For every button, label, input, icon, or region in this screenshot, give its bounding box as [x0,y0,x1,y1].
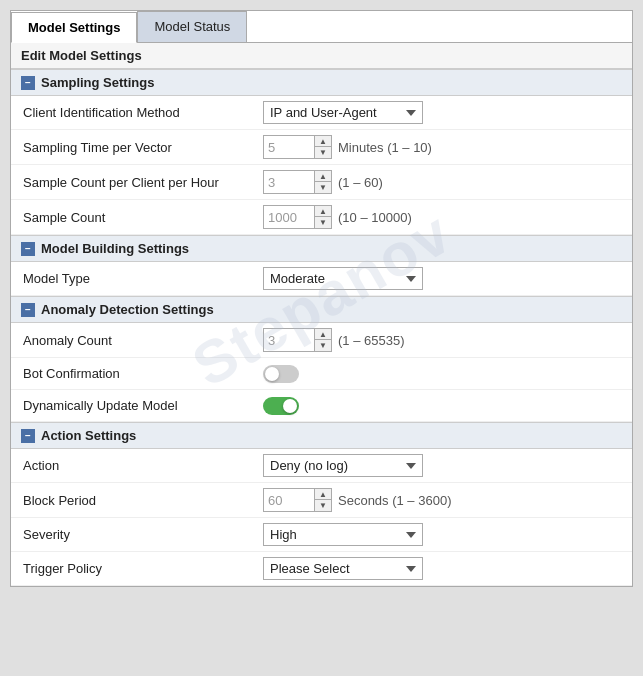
client-identification-control: IP and User-Agent IP Only User-Agent Onl… [263,101,423,124]
anomaly-count-row: Anomaly Count ▲ ▼ (1 – 65535) [11,323,632,358]
bot-confirmation-label: Bot Confirmation [23,366,263,381]
block-period-label: Block Period [23,493,263,508]
bot-confirmation-thumb [265,367,279,381]
trigger-policy-control: Please Select [263,557,423,580]
dynamic-update-toggle[interactable] [263,397,299,415]
dynamic-update-thumb [283,399,297,413]
anomaly-count-spinner-buttons: ▲ ▼ [314,329,331,351]
action-settings-header: − Action Settings [11,422,632,449]
severity-row: Severity High Medium Low Critical [11,518,632,552]
block-period-row: Block Period ▲ ▼ Seconds (1 – 3600) [11,483,632,518]
sampling-time-label: Sampling Time per Vector [23,140,263,155]
edit-title: Edit Model Settings [11,43,632,69]
anomaly-count-up-btn[interactable]: ▲ [315,329,331,340]
severity-label: Severity [23,527,263,542]
tab-model-settings[interactable]: Model Settings [11,12,137,43]
client-identification-select[interactable]: IP and User-Agent IP Only User-Agent Onl… [263,101,423,124]
dynamic-update-label: Dynamically Update Model [23,398,263,413]
model-type-row: Model Type Moderate Strict Relaxed [11,262,632,296]
model-type-control: Moderate Strict Relaxed [263,267,423,290]
model-building-label: Model Building Settings [41,241,189,256]
model-type-label: Model Type [23,271,263,286]
trigger-policy-row: Trigger Policy Please Select [11,552,632,586]
action-control: Deny (no log) Deny (log) Allow [263,454,423,477]
sample-count-up-btn[interactable]: ▲ [315,206,331,217]
sampling-time-hint: Minutes (1 – 10) [338,140,432,155]
sample-count-input[interactable] [264,207,314,228]
sample-count-row: Sample Count ▲ ▼ (10 – 10000) [11,200,632,235]
sample-count-spinner-buttons: ▲ ▼ [314,206,331,228]
bot-confirmation-toggle[interactable] [263,365,299,383]
dynamic-update-control [263,397,299,415]
sample-count-spinner: ▲ ▼ [263,205,332,229]
sample-count-hint: (10 – 10000) [338,210,412,225]
collapse-action-icon[interactable]: − [21,429,35,443]
sampling-time-row: Sampling Time per Vector ▲ ▼ Minutes (1 … [11,130,632,165]
action-select[interactable]: Deny (no log) Deny (log) Allow [263,454,423,477]
anomaly-count-hint: (1 – 65535) [338,333,405,348]
dynamic-update-row: Dynamically Update Model [11,390,632,422]
sampling-settings-label: Sampling Settings [41,75,154,90]
anomaly-count-spinner: ▲ ▼ [263,328,332,352]
bot-confirmation-control [263,365,299,383]
sample-count-control: ▲ ▼ (10 – 10000) [263,205,412,229]
sample-count-down-btn[interactable]: ▼ [315,217,331,228]
anomaly-count-down-btn[interactable]: ▼ [315,340,331,351]
sample-count-per-client-down-btn[interactable]: ▼ [315,182,331,193]
sample-count-per-client-hint: (1 – 60) [338,175,383,190]
block-period-spinner: ▲ ▼ [263,488,332,512]
action-row: Action Deny (no log) Deny (log) Allow [11,449,632,483]
sampling-time-down-btn[interactable]: ▼ [315,147,331,158]
anomaly-detection-label: Anomaly Detection Settings [41,302,214,317]
action-label: Action [23,458,263,473]
sampling-time-up-btn[interactable]: ▲ [315,136,331,147]
sampling-time-input[interactable] [264,137,314,158]
block-period-up-btn[interactable]: ▲ [315,489,331,500]
anomaly-count-input[interactable] [264,330,314,351]
sampling-settings-header: − Sampling Settings [11,69,632,96]
main-container: Stepanov Model Settings Model Status Edi… [10,10,633,587]
bot-confirmation-track [263,365,299,383]
block-period-input[interactable] [264,490,314,511]
anomaly-count-control: ▲ ▼ (1 – 65535) [263,328,405,352]
model-type-select[interactable]: Moderate Strict Relaxed [263,267,423,290]
severity-control: High Medium Low Critical [263,523,423,546]
sampling-time-spinner: ▲ ▼ [263,135,332,159]
dynamic-update-track [263,397,299,415]
block-period-down-btn[interactable]: ▼ [315,500,331,511]
sample-count-label: Sample Count [23,210,263,225]
anomaly-count-label: Anomaly Count [23,333,263,348]
block-period-hint: Seconds (1 – 3600) [338,493,451,508]
model-building-header: − Model Building Settings [11,235,632,262]
trigger-policy-label: Trigger Policy [23,561,263,576]
collapse-sampling-icon[interactable]: − [21,76,35,90]
sample-count-per-client-input[interactable] [264,172,314,193]
sample-count-per-client-up-btn[interactable]: ▲ [315,171,331,182]
client-identification-label: Client Identification Method [23,105,263,120]
sample-count-per-client-label: Sample Count per Client per Hour [23,175,263,190]
block-period-spinner-buttons: ▲ ▼ [314,489,331,511]
action-settings-label: Action Settings [41,428,136,443]
trigger-policy-select[interactable]: Please Select [263,557,423,580]
collapse-anomaly-icon[interactable]: − [21,303,35,317]
sample-count-per-client-control: ▲ ▼ (1 – 60) [263,170,383,194]
client-identification-row: Client Identification Method IP and User… [11,96,632,130]
block-period-control: ▲ ▼ Seconds (1 – 3600) [263,488,451,512]
sample-count-per-client-spinner-buttons: ▲ ▼ [314,171,331,193]
sample-count-per-client-row: Sample Count per Client per Hour ▲ ▼ (1 … [11,165,632,200]
tab-model-status[interactable]: Model Status [137,11,247,42]
sampling-time-control: ▲ ▼ Minutes (1 – 10) [263,135,432,159]
bot-confirmation-row: Bot Confirmation [11,358,632,390]
tab-bar: Model Settings Model Status [11,11,632,43]
sample-count-per-client-spinner: ▲ ▼ [263,170,332,194]
sampling-time-spinner-buttons: ▲ ▼ [314,136,331,158]
anomaly-detection-header: − Anomaly Detection Settings [11,296,632,323]
collapse-model-building-icon[interactable]: − [21,242,35,256]
severity-select[interactable]: High Medium Low Critical [263,523,423,546]
